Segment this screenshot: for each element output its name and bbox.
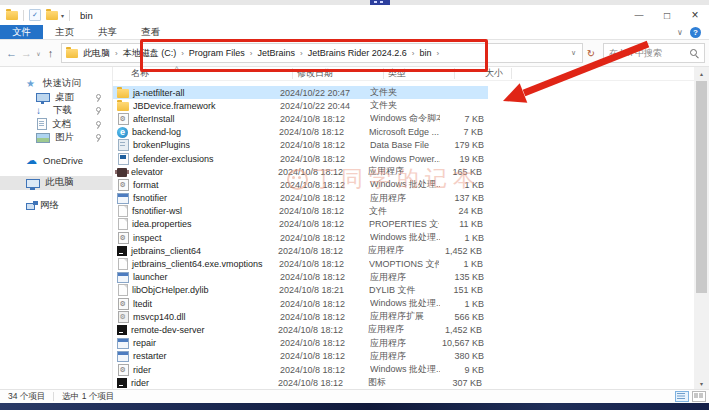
sidebar-group: 此电脑 [0, 176, 112, 190]
scroll-up-icon[interactable] [694, 67, 709, 79]
customize-toolbar-chevron-icon[interactable] [61, 12, 64, 19]
file-date: 2024/10/8 18:12 [280, 154, 370, 164]
forward-button[interactable] [19, 45, 34, 61]
sidebar-item-label: 下载 [53, 104, 72, 117]
file-row-jetbrains_client64[interactable]: jetbrains_client642024/10/8 18:12应用程序1,4… [113, 244, 694, 257]
sort-ascending-icon: ^ [175, 65, 178, 72]
breadcrumb-segment[interactable]: 本地磁盘 (C:) [122, 47, 178, 60]
column-headers: ^ 名称 修改日期 类型 大小 [113, 67, 694, 81]
scrollbar-track[interactable] [694, 79, 709, 377]
file-date: 2024/10/8 18:12 [280, 299, 370, 309]
file-row-JBDevice.framework[interactable]: JBDevice.framework2024/10/22 20:44文件夹 [113, 99, 694, 112]
file-row-brokenPlugins[interactable]: brokenPlugins2024/10/8 18:12Data Base Fi… [113, 139, 694, 152]
file-row-launcher[interactable]: launcher2024/10/8 18:12应用程序135 KB [113, 271, 694, 284]
search-input[interactable]: 在 bin 中搜索 [603, 43, 705, 63]
file-row-repair[interactable]: repair2024/10/8 18:12应用程序10,567 KB [113, 337, 694, 350]
details-view-button[interactable] [675, 391, 689, 402]
file-row-ja-netfilter-all[interactable]: ja-netfilter-all2024/10/22 20:47文件夹 [113, 86, 488, 99]
desktop-icon [36, 93, 50, 102]
file-name: elevator [127, 167, 278, 177]
ribbon-tab-主页[interactable]: 主页 [43, 25, 86, 39]
file-row-msvcp140.dll[interactable]: msvcp140.dll2024/10/8 18:12应用程序扩展566 KB [113, 310, 694, 323]
sidebar-item-此电脑[interactable]: 此电脑 [0, 176, 112, 190]
file-name: afterInstall [129, 114, 280, 124]
file-row-jetbrains_client64.exe.vmoptions[interactable]: jetbrains_client64.exe.vmoptions2024/10/… [113, 257, 694, 270]
file-type: 应用程序 [368, 244, 438, 257]
ribbon-collapse-chevron-icon[interactable] [672, 25, 688, 39]
search-icon[interactable] [690, 49, 699, 58]
breadcrumb-segment[interactable]: bin [418, 48, 432, 58]
close-button[interactable] [681, 5, 709, 25]
file-type: Windows 批处理... [370, 363, 440, 376]
file-row-elevator[interactable]: elevator2024/10/8 18:12应用程序165 KB [113, 165, 694, 178]
breadcrumb-segment[interactable]: Program Files [188, 48, 246, 58]
ribbon-tab-文件[interactable]: 文件 [0, 25, 43, 39]
ribbon-tab-查看[interactable]: 查看 [129, 25, 172, 39]
sidebar-item-OneDrive[interactable]: OneDrive [0, 154, 112, 168]
scrollbar-thumb[interactable] [696, 81, 707, 293]
file-row-restarter[interactable]: restarter2024/10/8 18:12应用程序380 KB [113, 350, 694, 363]
column-header-date-modified[interactable]: 修改日期 [293, 68, 384, 79]
file-row-afterInstall[interactable]: afterInstall2024/10/8 18:12Windows 命令脚本7… [113, 112, 694, 125]
sidebar-item-快速访问[interactable]: 快速访问 [0, 77, 112, 91]
large-icons-view-button[interactable] [692, 391, 706, 402]
file-row-ltedit[interactable]: ltedit2024/10/8 18:12Windows 批处理...1 KB [113, 297, 694, 310]
file-name: launcher [129, 272, 280, 282]
file-date: 2024/10/8 18:12 [280, 193, 370, 203]
file-name: fsnotifier-wsl [128, 206, 279, 216]
desktop-background-strip [0, 403, 709, 410]
sidebar-item-网络[interactable]: 网络 [0, 199, 112, 213]
address-bar[interactable]: 此电脑›本地磁盘 (C:)›Program Files›JetBrains›Je… [61, 43, 583, 63]
file-row-inspect[interactable]: inspect2024/10/8 18:12Windows 批处理...1 KB [113, 231, 694, 244]
items-count: 34 个项目 [8, 391, 45, 403]
file-name: JBDevice.framework [129, 101, 280, 111]
address-dropdown-icon[interactable] [567, 49, 580, 57]
edge-file-icon [117, 127, 128, 138]
file-row-idea.properties[interactable]: idea.properties2024/10/8 18:12PROPERTIES… [113, 218, 694, 231]
column-header-name[interactable]: 名称 [113, 68, 293, 79]
file-row-fsnotifier-wsl[interactable]: fsnotifier-wsl2024/10/8 18:12文件24 KB [113, 205, 694, 218]
file-type: PROPERTIES 文件 [369, 218, 439, 231]
column-header-type[interactable]: 类型 [384, 68, 455, 79]
column-header-size[interactable]: 大小 [455, 68, 512, 79]
ribbon-tabs: 文件主页共享查看 [0, 25, 709, 40]
breadcrumb-segment[interactable]: JetBrains [257, 48, 297, 58]
minimize-button[interactable] [625, 5, 653, 25]
help-icon[interactable] [690, 27, 701, 38]
breadcrumb-segment[interactable]: JetBrains Rider 2024.2.6 [307, 48, 408, 58]
sidebar-item-文档[interactable]: 文档 [0, 118, 112, 132]
file-name: restarter [129, 351, 280, 361]
recent-locations-chevron-icon[interactable] [34, 45, 43, 61]
file-row-remote-dev-server[interactable]: remote-dev-server2024/10/8 18:12应用程序1,45… [113, 323, 694, 336]
file-row-fsnotifier[interactable]: fsnotifier2024/10/8 18:12应用程序137 KB [113, 192, 694, 205]
file-date: 2024/10/8 18:12 [278, 246, 368, 256]
file-name: ltedit [129, 299, 280, 309]
properties-icon[interactable] [29, 9, 41, 21]
file-size: 1 KB [440, 233, 492, 243]
picture-icon [36, 133, 50, 143]
file-row-libObjCHelper.dylib[interactable]: libObjCHelper.dylib2024/10/8 18:21DYLIB … [113, 284, 694, 297]
file-size: 9 KB [440, 365, 492, 375]
file-row-format[interactable]: format2024/10/8 18:12Windows 批处理...1 KB [113, 178, 694, 191]
file-row-rider[interactable]: rider2024/10/8 18:12图标307 KB [113, 376, 694, 389]
file-date: 2024/10/22 20:44 [280, 101, 370, 111]
file-date: 2024/10/8 18:12 [278, 325, 368, 335]
appdark-file-icon [117, 378, 127, 388]
file-row-rider[interactable]: rider2024/10/8 18:12Windows 批处理...9 KB [113, 363, 694, 376]
sidebar-item-图片[interactable]: 图片 [0, 131, 112, 145]
file-row-defender-exclusions[interactable]: defender-exclusions2024/10/8 18:12Window… [113, 152, 694, 165]
sidebar-item-桌面[interactable]: 桌面 [0, 91, 112, 105]
file-name: remote-dev-server [127, 325, 278, 335]
back-button[interactable] [4, 45, 19, 61]
vertical-scrollbar[interactable] [694, 67, 709, 389]
file-row-backend-log[interactable]: backend-log2024/10/8 18:12Microsoft Edge… [113, 126, 694, 139]
maximize-button[interactable] [653, 5, 681, 25]
new-folder-icon[interactable] [46, 11, 58, 20]
sidebar-item-下载[interactable]: 下载 [0, 104, 112, 118]
file-size: 566 KB [440, 312, 492, 322]
refresh-button[interactable] [583, 48, 599, 59]
up-button[interactable] [43, 45, 58, 61]
ribbon-tab-共享[interactable]: 共享 [86, 25, 129, 39]
scroll-down-icon[interactable] [694, 377, 709, 389]
breadcrumb-segment[interactable]: 此电脑 [82, 47, 111, 60]
